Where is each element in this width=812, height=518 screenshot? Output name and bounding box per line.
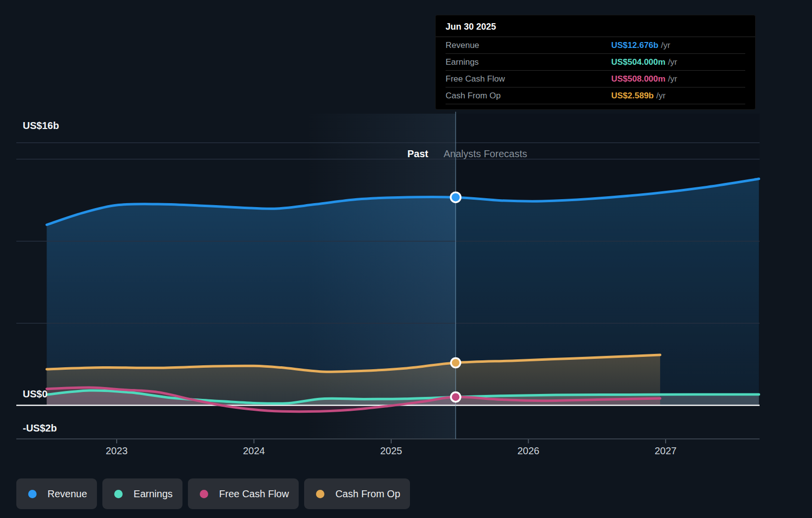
tooltip-value: US$2.589b — [611, 91, 654, 101]
tooltip-date: Jun 30 2025 — [436, 15, 755, 37]
legend-label: Revenue — [47, 488, 87, 500]
free-cash-flow-legend-dot — [200, 490, 208, 498]
x-axis-label-2023: 2023 — [106, 445, 128, 457]
free-cash-flow-marker-dot[interactable] — [451, 392, 460, 402]
x-axis-label-2026: 2026 — [517, 445, 540, 457]
legend-pill-earnings[interactable]: Earnings — [102, 478, 182, 509]
tooltip-value: US$12.676b — [611, 41, 658, 50]
x-axis-label-2025: 2025 — [380, 445, 403, 457]
y-axis-label-0: US$0 — [23, 388, 47, 400]
tooltip-label: Earnings — [446, 57, 611, 67]
tooltip-row-revenue: RevenueUS$12.676b/yr — [446, 37, 745, 54]
legend-label: Cash From Op — [335, 488, 400, 500]
tooltip-label: Revenue — [446, 41, 611, 50]
tooltip-rows: RevenueUS$12.676b/yrEarningsUS$504.000m/… — [436, 37, 755, 104]
tooltip-row-cash-from-op: Cash From OpUS$2.589b/yr — [446, 87, 745, 104]
tooltip-unit: /yr — [668, 74, 677, 84]
legend-label: Free Cash Flow — [219, 488, 289, 500]
legend-pill-cash-from-op[interactable]: Cash From Op — [304, 478, 410, 509]
tooltip-panel: Jun 30 2025 RevenueUS$12.676b/yrEarnings… — [435, 15, 756, 110]
cash-from-op-legend-dot — [316, 490, 324, 498]
legend: RevenueEarningsFree Cash FlowCash From O… — [16, 478, 410, 509]
y-axis-label-neg2b: -US$2b — [23, 423, 57, 434]
tooltip-unit: /yr — [668, 57, 677, 67]
revenue-legend-dot — [28, 490, 37, 498]
forecast-region-label: Analysts Forecasts — [444, 148, 527, 160]
tooltip-label: Cash From Op — [446, 91, 611, 101]
legend-label: Earnings — [134, 488, 173, 500]
tooltip-row-earnings: EarningsUS$504.000m/yr — [446, 54, 745, 71]
legend-pill-revenue[interactable]: Revenue — [16, 478, 97, 509]
tooltip-value: US$504.000m — [611, 57, 666, 67]
tooltip-row-free-cash-flow: Free Cash FlowUS$508.000m/yr — [446, 71, 745, 87]
cash-from-op-marker-dot[interactable] — [451, 358, 460, 368]
legend-pill-free-cash-flow[interactable]: Free Cash Flow — [188, 478, 299, 509]
past-region-label: Past — [407, 148, 428, 160]
tooltip-unit: /yr — [661, 41, 670, 50]
earnings-legend-dot — [114, 490, 123, 498]
tooltip-unit: /yr — [656, 91, 666, 101]
tooltip-value: US$508.000m — [611, 74, 666, 84]
chart-root: US$16b US$0 -US$2b Past Analysts Forecas… — [0, 0, 812, 518]
revenue-marker-dot[interactable] — [451, 192, 460, 202]
x-axis-label-2024: 2024 — [243, 445, 265, 457]
tooltip-label: Free Cash Flow — [446, 74, 611, 84]
x-axis-label-2027: 2027 — [655, 445, 677, 457]
y-axis-label-16b: US$16b — [23, 120, 59, 131]
